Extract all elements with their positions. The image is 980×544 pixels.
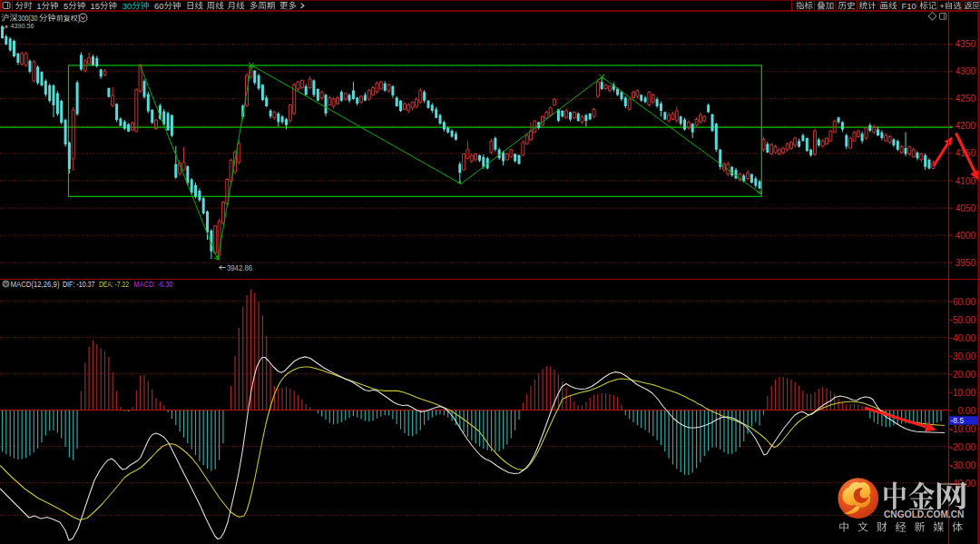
svg-text:10.00: 10.00: [953, 388, 975, 398]
svg-text:+: +: [939, 1, 945, 11]
svg-text:3950: 3950: [956, 258, 976, 268]
svg-text:DIF: -10.37: DIF: -10.37: [63, 280, 95, 289]
svg-text:-30.00: -30.00: [950, 460, 976, 470]
svg-text:4390.56: 4390.56: [11, 22, 34, 30]
svg-text:40.00: 40.00: [953, 333, 975, 343]
svg-text:4350: 4350: [956, 39, 976, 49]
svg-text:5: 5: [64, 1, 68, 11]
svg-text:60.00: 60.00: [953, 297, 975, 307]
svg-text:DEA: -7.22: DEA: -7.22: [99, 280, 129, 289]
svg-text:-8.5: -8.5: [951, 416, 965, 425]
svg-text:4200: 4200: [956, 121, 976, 131]
svg-text:4050: 4050: [956, 203, 976, 213]
svg-text:CNGOLD.COM.CN: CNGOLD.COM.CN: [884, 509, 965, 519]
svg-text:F10: F10: [901, 1, 916, 11]
svg-text:4250: 4250: [956, 94, 976, 104]
svg-text:60: 60: [154, 1, 164, 11]
svg-text:-20.00: -20.00: [950, 442, 976, 452]
svg-text:30: 30: [122, 1, 132, 11]
svg-text:MACD(12,26,9): MACD(12,26,9): [11, 280, 60, 289]
svg-text:-10.00: -10.00: [950, 424, 976, 434]
svg-text:1: 1: [36, 1, 41, 11]
svg-text:15: 15: [90, 1, 100, 11]
svg-text:30.00: 30.00: [953, 351, 975, 361]
svg-text:20.00: 20.00: [953, 370, 975, 380]
svg-text:MACD: -6.30: MACD: -6.30: [134, 280, 173, 289]
svg-text:3942.86: 3942.86: [227, 263, 252, 272]
svg-text:4000: 4000: [956, 231, 976, 241]
svg-text:4300: 4300: [956, 66, 976, 76]
svg-text:50.00: 50.00: [953, 315, 975, 325]
svg-text:4100: 4100: [956, 176, 976, 186]
svg-text:0.00: 0.00: [958, 406, 976, 416]
